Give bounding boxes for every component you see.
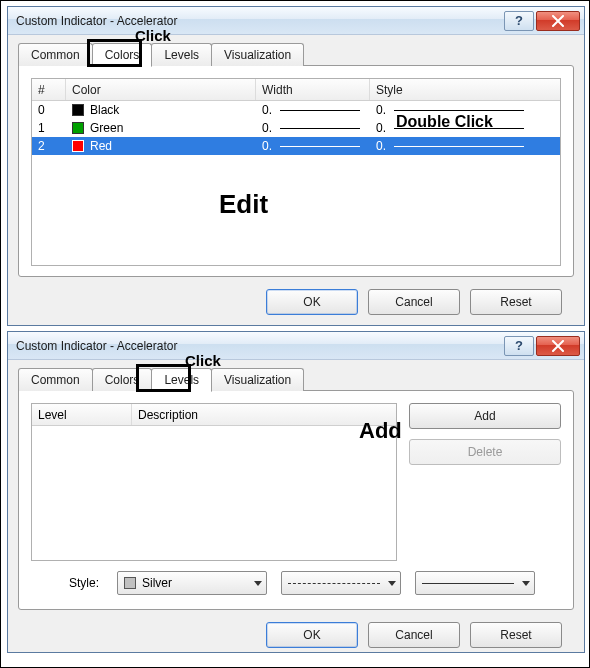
button-bar: OK Cancel Reset <box>18 610 574 656</box>
solid-sample <box>422 583 514 584</box>
width-sample <box>280 128 360 129</box>
tab-levels[interactable]: Levels <box>151 368 212 392</box>
help-button[interactable]: ? <box>504 336 534 356</box>
tab-colors[interactable]: Colors <box>92 368 153 391</box>
ok-button[interactable]: OK <box>266 622 358 648</box>
style-width-combo[interactable] <box>415 571 535 595</box>
window-title: Custom Indicator - Accelerator <box>16 14 177 28</box>
color-swatch <box>72 140 84 152</box>
tab-visualization[interactable]: Visualization <box>211 368 304 391</box>
col-level[interactable]: Level <box>32 404 132 425</box>
chevron-down-icon <box>522 581 530 586</box>
chevron-down-icon <box>388 581 396 586</box>
tab-colors[interactable]: Colors <box>92 43 153 67</box>
delete-button: Delete <box>409 439 561 465</box>
tab-common[interactable]: Common <box>18 368 93 391</box>
color-table-header: # Color Width Style <box>32 79 560 101</box>
dialog-colors: Custom Indicator - Accelerator ? Common … <box>7 6 585 326</box>
style-sample <box>394 110 524 111</box>
color-name: Black <box>90 103 119 117</box>
close-icon <box>551 340 565 352</box>
col-idx[interactable]: # <box>32 79 66 100</box>
titlebar[interactable]: Custom Indicator - Accelerator ? <box>8 7 584 35</box>
style-color-combo[interactable]: Silver <box>117 571 267 595</box>
color-swatch <box>72 104 84 116</box>
style-color-name: Silver <box>142 576 172 590</box>
dialog-levels: Custom Indicator - Accelerator ? Common … <box>7 331 585 653</box>
color-swatch <box>72 122 84 134</box>
help-icon: ? <box>515 14 523 27</box>
width-sample <box>280 110 360 111</box>
tab-common[interactable]: Common <box>18 43 93 66</box>
window-title: Custom Indicator - Accelerator <box>16 339 177 353</box>
reset-button[interactable]: Reset <box>470 289 562 315</box>
style-row: Style: Silver <box>31 571 561 595</box>
color-row[interactable]: 1 Green 0. 0. <box>32 119 560 137</box>
tab-levels[interactable]: Levels <box>151 43 212 66</box>
chevron-down-icon <box>254 581 262 586</box>
style-dash-combo[interactable] <box>281 571 401 595</box>
close-icon <box>551 15 565 27</box>
reset-button[interactable]: Reset <box>470 622 562 648</box>
tabstrip: Common Colors Levels Visualization <box>18 42 574 66</box>
style-sample <box>394 146 524 147</box>
color-row-selected[interactable]: 2 Red 0. 0. <box>32 137 560 155</box>
button-bar: OK Cancel Reset <box>18 277 574 323</box>
add-button[interactable]: Add <box>409 403 561 429</box>
tab-visualization[interactable]: Visualization <box>211 43 304 66</box>
levels-table-header: Level Description <box>32 404 396 426</box>
color-name: Green <box>90 121 123 135</box>
ok-button[interactable]: OK <box>266 289 358 315</box>
close-button[interactable] <box>536 336 580 356</box>
close-button[interactable] <box>536 11 580 31</box>
color-row[interactable]: 0 Black 0. 0. <box>32 101 560 119</box>
titlebar[interactable]: Custom Indicator - Accelerator ? <box>8 332 584 360</box>
color-table[interactable]: # Color Width Style 0 Black 0. <box>31 78 561 266</box>
levels-panel: Level Description Add Delete Style: Silv… <box>18 390 574 610</box>
style-sample <box>394 128 524 129</box>
col-description[interactable]: Description <box>132 404 396 425</box>
help-icon: ? <box>515 339 523 352</box>
col-style[interactable]: Style <box>370 79 560 100</box>
colors-panel: # Color Width Style 0 Black 0. <box>18 65 574 277</box>
width-sample <box>280 146 360 147</box>
cancel-button[interactable]: Cancel <box>368 622 460 648</box>
color-name: Red <box>90 139 112 153</box>
col-width[interactable]: Width <box>256 79 370 100</box>
col-color[interactable]: Color <box>66 79 256 100</box>
style-label: Style: <box>31 576 103 590</box>
dash-sample <box>288 583 380 584</box>
levels-table[interactable]: Level Description <box>31 403 397 561</box>
cancel-button[interactable]: Cancel <box>368 289 460 315</box>
help-button[interactable]: ? <box>504 11 534 31</box>
color-swatch <box>124 577 136 589</box>
tabstrip: Common Colors Levels Visualization <box>18 367 574 391</box>
levels-side-buttons: Add Delete <box>409 403 561 561</box>
